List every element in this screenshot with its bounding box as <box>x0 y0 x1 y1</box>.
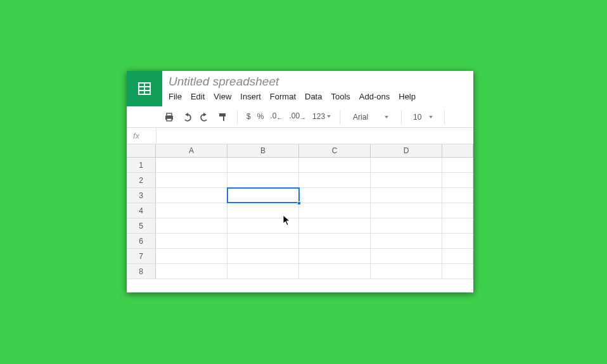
row-header-8[interactable]: 8 <box>127 264 156 279</box>
undo-icon[interactable] <box>181 111 193 123</box>
menu-tools[interactable]: Tools <box>331 92 350 101</box>
row-header-4[interactable]: 4 <box>127 203 156 218</box>
document-title[interactable]: Untitled spreadsheet <box>169 73 467 91</box>
row: 5 <box>127 218 473 234</box>
cell[interactable] <box>227 264 299 279</box>
cell[interactable] <box>156 249 227 263</box>
cell[interactable] <box>299 203 371 218</box>
cell[interactable] <box>299 173 371 187</box>
cell[interactable] <box>371 158 442 172</box>
row-header-1[interactable]: 1 <box>127 158 156 172</box>
cell[interactable] <box>442 249 473 263</box>
cell[interactable] <box>156 264 227 279</box>
cell[interactable] <box>371 234 442 248</box>
row: 2 <box>127 173 473 188</box>
titlebar: Untitled spreadsheet File Edit View Inse… <box>127 71 473 106</box>
formula-bar: fx <box>127 128 473 144</box>
cell[interactable] <box>442 264 473 279</box>
cell[interactable] <box>371 173 442 187</box>
cursor-icon <box>283 215 291 228</box>
print-icon[interactable] <box>163 111 175 123</box>
font-size-label: 10 <box>413 113 421 122</box>
fill-handle[interactable] <box>297 201 301 205</box>
col-header-B[interactable]: B <box>227 144 299 157</box>
cell[interactable] <box>371 203 442 218</box>
paint-format-icon[interactable] <box>217 111 228 123</box>
cell[interactable] <box>442 188 473 203</box>
svg-rect-7 <box>219 113 226 116</box>
fx-icon: fx <box>133 131 156 141</box>
menu-insert[interactable]: Insert <box>240 92 261 101</box>
cell[interactable] <box>371 249 442 263</box>
row: 1 <box>127 158 473 173</box>
menu-view[interactable]: View <box>214 92 231 101</box>
cell[interactable] <box>299 188 371 203</box>
cell[interactable] <box>442 173 473 187</box>
menu-file[interactable]: File <box>169 92 182 101</box>
menu-help[interactable]: Help <box>399 92 416 101</box>
decrease-decimal-button[interactable]: .0← <box>270 111 283 122</box>
cell[interactable] <box>299 218 371 233</box>
cell[interactable] <box>371 264 442 279</box>
row-header-3[interactable]: 3 <box>127 188 156 203</box>
cell[interactable] <box>227 234 299 248</box>
row-header-2[interactable]: 2 <box>127 173 156 187</box>
percent-button[interactable]: % <box>257 112 264 121</box>
row: 8 <box>127 264 473 279</box>
menu-edit[interactable]: Edit <box>191 92 205 101</box>
redo-icon[interactable] <box>199 111 210 123</box>
menu-addons[interactable]: Add-ons <box>359 92 390 101</box>
row-header-7[interactable]: 7 <box>127 249 156 263</box>
toolbar: $ % .0← .00→ 123 Arial 10 <box>127 106 473 128</box>
cell[interactable] <box>371 218 442 233</box>
cell[interactable] <box>227 173 299 187</box>
col-header-A[interactable]: A <box>156 144 227 157</box>
cell[interactable] <box>442 234 473 248</box>
col-header-C[interactable]: C <box>299 144 371 157</box>
cell[interactable] <box>299 249 371 263</box>
cell[interactable] <box>227 188 299 203</box>
font-select[interactable]: Arial <box>349 113 392 122</box>
row: 4 <box>127 203 473 218</box>
cell[interactable] <box>156 158 227 172</box>
cell[interactable] <box>299 234 371 248</box>
cell[interactable] <box>156 173 227 187</box>
currency-button[interactable]: $ <box>246 112 251 121</box>
cell[interactable] <box>156 218 227 233</box>
cell[interactable] <box>442 218 473 233</box>
font-size-select[interactable]: 10 <box>411 113 435 122</box>
cell[interactable] <box>442 203 473 218</box>
increase-decimal-button[interactable]: .00→ <box>289 111 306 122</box>
row: 7 <box>127 249 473 264</box>
cell[interactable] <box>299 264 371 279</box>
formula-input[interactable] <box>157 128 473 144</box>
menu-data[interactable]: Data <box>305 92 322 101</box>
cell[interactable] <box>156 188 227 203</box>
cell-grid: A B C D 12345678 <box>127 144 473 279</box>
cell[interactable] <box>227 158 299 172</box>
chevron-down-icon <box>385 116 388 118</box>
cell[interactable] <box>156 234 227 248</box>
sheets-logo-icon <box>127 71 162 106</box>
cell[interactable] <box>156 203 227 218</box>
cell[interactable] <box>371 188 442 203</box>
cell[interactable] <box>299 158 371 172</box>
cell[interactable] <box>442 158 473 172</box>
col-header-extra[interactable] <box>442 144 473 157</box>
font-select-label: Arial <box>353 113 368 122</box>
row-header-6[interactable]: 6 <box>127 234 156 248</box>
chevron-down-icon <box>429 116 433 118</box>
svg-rect-5 <box>167 113 172 116</box>
row-header-5[interactable]: 5 <box>127 218 156 233</box>
menu-format[interactable]: Format <box>270 92 296 101</box>
svg-rect-6 <box>167 118 172 121</box>
number-format-button[interactable]: 123 <box>312 112 331 121</box>
col-header-D[interactable]: D <box>371 144 442 157</box>
svg-rect-8 <box>223 116 224 121</box>
spreadsheet-window: Untitled spreadsheet File Edit View Inse… <box>127 71 473 292</box>
select-all-corner[interactable] <box>127 144 156 157</box>
cell[interactable] <box>227 249 299 263</box>
row: 3 <box>127 188 473 203</box>
menu-bar: File Edit View Insert Format Data Tools … <box>169 91 467 101</box>
row: 6 <box>127 234 473 249</box>
